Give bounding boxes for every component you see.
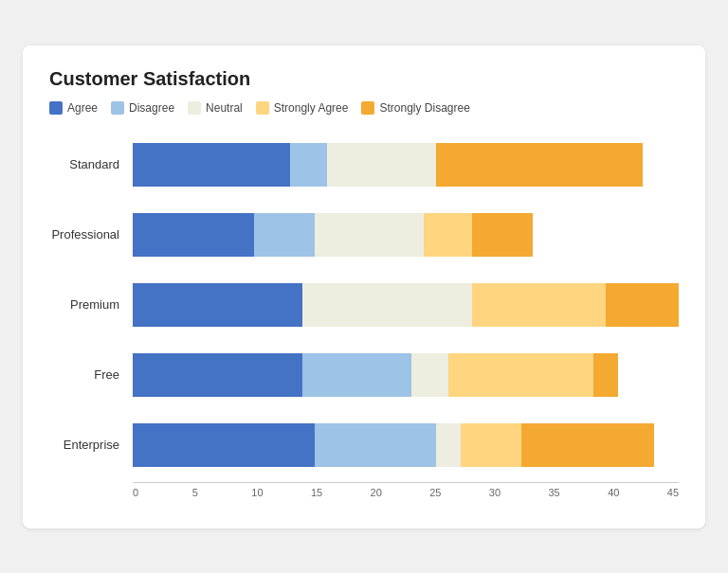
bar-segment-strongly_disagree [436, 143, 643, 187]
bar-row: Standard [49, 132, 679, 198]
legend-item-strongly-disagree: Strongly Disagree [361, 101, 469, 115]
legend-swatch-strongly_agree [256, 101, 269, 115]
legend-swatch-agree [49, 101, 63, 115]
bar-row: Premium [49, 272, 679, 338]
bar-segment-strongly_agree [472, 283, 606, 327]
legend-swatch-strongly_disagree [361, 101, 374, 115]
x-tick: 30 [489, 487, 549, 498]
bar-row-label: Free [49, 367, 133, 382]
legend-swatch-disagree [111, 101, 124, 115]
legend-item-strongly-agree: Strongly Agree [256, 101, 349, 115]
chart-title: Customer Satisfaction [49, 68, 679, 90]
bar-segment-strongly_agree [448, 353, 594, 397]
bar-segment-strongly_disagree [606, 283, 679, 327]
x-tick: 5 [192, 487, 252, 498]
bar-track [133, 283, 679, 327]
legend-label: Disagree [129, 101, 174, 115]
legend-item-neutral: Neutral [188, 101, 243, 115]
bar-track [133, 143, 679, 187]
bar-row: Professional [49, 202, 679, 268]
chart-container: Customer Satisfaction AgreeDisagreeNeutr… [23, 45, 705, 528]
legend-swatch-neutral [188, 101, 201, 115]
bar-segment-agree [133, 423, 315, 467]
legend-label: Strongly Agree [274, 101, 349, 115]
bar-segment-neutral [327, 143, 436, 187]
bar-segment-neutral [436, 423, 461, 467]
bar-segment-agree [133, 213, 254, 257]
bar-segment-agree [133, 353, 302, 397]
legend-label: Strongly Disagree [379, 101, 469, 115]
bar-segment-strongly_disagree [521, 423, 655, 467]
bar-segment-neutral [302, 283, 472, 327]
bar-track [133, 213, 679, 257]
x-axis: 051015202530354045 [133, 482, 679, 498]
x-tick: 25 [429, 487, 489, 498]
x-tick: 40 [608, 487, 667, 498]
bar-segment-strongly_agree [461, 423, 521, 467]
x-tick: 35 [548, 487, 608, 498]
chart-legend: AgreeDisagreeNeutralStrongly AgreeStrong… [49, 101, 679, 115]
bar-row-label: Standard [49, 157, 133, 171]
legend-label: Agree [67, 101, 98, 115]
bar-row-label: Premium [49, 297, 133, 312]
x-tick: 20 [371, 487, 430, 498]
bar-segment-disagree [302, 353, 411, 397]
bar-row: Free [49, 342, 679, 408]
bar-segment-disagree [315, 423, 436, 467]
x-tick: 0 [133, 487, 192, 498]
bar-segment-agree [133, 283, 302, 327]
x-tick: 10 [251, 487, 311, 498]
legend-item-agree: Agree [49, 101, 98, 115]
bar-segment-disagree [254, 213, 315, 257]
bar-segment-strongly_disagree [593, 353, 618, 397]
bar-segment-agree [133, 143, 290, 187]
bar-segment-strongly_disagree [472, 213, 533, 257]
legend-label: Neutral [206, 101, 243, 115]
bar-segment-neutral [315, 213, 424, 257]
bar-track [133, 423, 679, 467]
bar-row: Enterprise [49, 412, 679, 478]
x-tick: 15 [311, 487, 371, 498]
bar-segment-neutral [411, 353, 447, 397]
bar-segment-disagree [290, 143, 326, 187]
legend-item-disagree: Disagree [111, 101, 174, 115]
chart-area: StandardProfessionalPremiumFreeEnterpris… [49, 132, 679, 482]
bar-segment-strongly_agree [424, 213, 472, 257]
bar-row-label: Enterprise [49, 438, 133, 452]
x-tick: 45 [667, 487, 679, 498]
bar-row-label: Professional [49, 227, 133, 242]
bar-track [133, 353, 679, 397]
